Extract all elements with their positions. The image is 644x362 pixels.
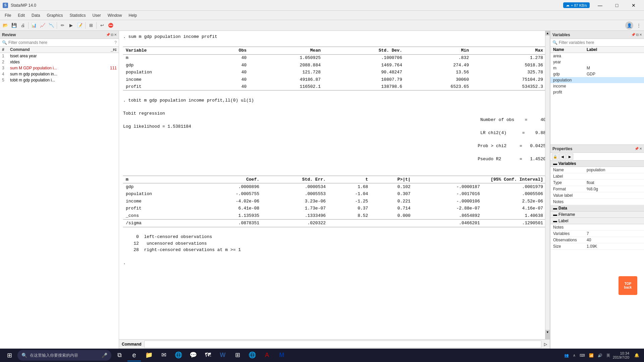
tobit-loglik: Log likelihood = 1.5381184 (123, 123, 191, 130)
props-datalabel-section[interactable]: ▬ Label (550, 218, 644, 224)
scroll-up[interactable]: ▲ (545, 31, 550, 36)
censored-left: 0 left-censored observations (123, 234, 546, 240)
taskbar-chrome[interactable]: 🌐 (172, 349, 185, 361)
var-row-m[interactable]: m M (550, 65, 644, 71)
mic-icon[interactable]: 🎤 (102, 353, 107, 358)
taskbar-edge[interactable]: e (127, 349, 141, 361)
output-scrollbar[interactable]: ▲ ▼ (545, 31, 550, 339)
taskbar-keyboard[interactable]: ⌨ (580, 353, 585, 358)
toolbar-save[interactable]: 💾 (10, 21, 18, 29)
review-row-4[interactable]: 4 sum m gdp population in... (0, 71, 119, 77)
variables-controls: 📌 ⊟ ✕ (631, 33, 642, 37)
vars-close[interactable]: ✕ (639, 33, 642, 37)
variables-header: Variables 📌 ⊟ ✕ (550, 31, 644, 39)
toolbar-stop[interactable]: ⛔ (107, 21, 115, 29)
taskbar-network[interactable]: 📶 (589, 353, 594, 358)
toolbar-back[interactable]: ↩ (98, 21, 106, 29)
taskbar-time[interactable]: 10:34 2019/7/20 (613, 351, 629, 359)
var-row-income[interactable]: income (550, 83, 644, 89)
props-data-section[interactable]: ▬ Data (550, 205, 644, 212)
close-button[interactable]: ✕ (626, 0, 641, 11)
taskbar-notify[interactable]: 🔔 (632, 351, 641, 360)
props-pin[interactable]: 📌 (635, 147, 639, 150)
review-search-input[interactable] (8, 40, 113, 45)
user-avatar: 👤 (625, 21, 633, 29)
menu-data[interactable]: Data (28, 12, 43, 19)
review-row-1[interactable]: 1 tsset area year (0, 53, 119, 59)
menu-window[interactable]: Window (104, 12, 125, 19)
review-row-5[interactable]: 5 tobit m gdp population i... (0, 77, 119, 83)
taskbar-search[interactable]: 🔍 在这里输入你要搜索的内容 🎤 (17, 350, 111, 361)
menu-file[interactable]: File (1, 12, 14, 19)
review-pin[interactable]: 📌 (106, 33, 110, 37)
taskbar-mail[interactable]: ✉ (157, 349, 170, 361)
taskbar-app2[interactable]: 🗺 (201, 349, 215, 361)
toolbar-open[interactable]: 📂 (1, 21, 9, 29)
taskbar-explorer[interactable]: 📁 (142, 349, 156, 361)
var-row-population[interactable]: population (550, 77, 644, 83)
censored-uncensored: 12 uncensored observations (123, 240, 546, 247)
top-label: TOP (625, 282, 631, 286)
toolbar-doedit[interactable]: 📝 (76, 21, 84, 29)
taskbar-word[interactable]: W (216, 349, 229, 361)
menu-help[interactable]: Help (125, 12, 140, 19)
menu-statistics[interactable]: Statistics (66, 12, 89, 19)
props-btn-lock[interactable]: 🔒 (552, 154, 558, 160)
var-row-profit[interactable]: profit (550, 89, 644, 95)
scroll-corner[interactable] (545, 335, 550, 339)
datalabel-section-label: Label (558, 219, 568, 223)
top-back-button[interactable]: TOP back (619, 276, 637, 295)
toolbar-data[interactable]: ⊞ (87, 21, 95, 29)
taskbar-app5[interactable]: A (260, 349, 274, 361)
taskbar-app4[interactable]: 🌐 (246, 349, 259, 361)
var-row-area[interactable]: area (550, 53, 644, 59)
command-input[interactable] (144, 341, 541, 348)
menu-edit[interactable]: Edit (14, 12, 28, 19)
props-variables-section[interactable]: ▬ Variables (550, 161, 644, 167)
var-search-input[interactable] (559, 40, 642, 45)
col-rc-header: _rc (105, 47, 117, 52)
maximize-button[interactable]: □ (609, 0, 625, 11)
props-btn-left[interactable]: ◀ (559, 154, 566, 160)
menu-graphics[interactable]: Graphics (43, 12, 66, 19)
toolbar-graph2[interactable]: 📈 (39, 21, 47, 29)
toolbar-print[interactable]: 🖨 (19, 21, 27, 29)
toolbar-graph3[interactable]: 📉 (47, 21, 55, 29)
scroll-down[interactable]: ▼ (545, 330, 550, 335)
toolbar-edit[interactable]: ✏ (58, 21, 66, 29)
taskbar-app3[interactable]: ⊞ (231, 349, 244, 361)
tobit-col-t: t (328, 176, 371, 183)
taskbar-app1[interactable]: 💬 (186, 349, 200, 361)
taskbar-people[interactable]: 👥 (564, 353, 569, 358)
output-content[interactable]: . sum m gdp population income profit Var… (119, 31, 550, 349)
props-close[interactable]: ✕ (639, 147, 642, 150)
prop-variables-count-row: Variables 7 (550, 231, 644, 237)
review-row-2[interactable]: 2 xtdes (0, 59, 119, 65)
review-row-3[interactable]: 3 sum M GDP population i... 111 (0, 65, 119, 71)
user-menu[interactable]: ⋮ (635, 21, 643, 29)
vars-dock[interactable]: ⊟ (636, 33, 639, 37)
command-send-icon[interactable]: ▷ (544, 342, 547, 347)
props-filename-section[interactable]: ▬ Filename (550, 212, 644, 218)
taskbar-chevron[interactable]: ∧ (573, 353, 576, 358)
minimize-button[interactable]: — (592, 0, 608, 11)
toolbar-graph1[interactable]: 📊 (30, 21, 38, 29)
props-btn-right[interactable]: ▶ (567, 154, 573, 160)
start-button[interactable]: ⊞ (3, 349, 16, 361)
review-dock[interactable]: ⊟ (111, 33, 113, 37)
vars-pin[interactable]: 📌 (631, 33, 635, 37)
toolbar-do[interactable]: ▶ (67, 21, 75, 29)
properties-title: Properties (552, 146, 572, 151)
var-row-gdp[interactable]: gdp GDP (550, 71, 644, 77)
taskbar-volume[interactable]: 🔊 (598, 353, 602, 358)
taskbar-search-icon: 🔍 (21, 353, 27, 358)
menu-user[interactable]: User (89, 12, 104, 19)
time-display: 10:34 (620, 351, 629, 355)
taskbar-taskview[interactable]: ⧉ (113, 349, 126, 361)
taskbar-lang[interactable]: 英 (606, 353, 610, 358)
var-search-icon: 🔍 (552, 40, 557, 45)
sum-row-profit: profit40116502.1138798.66523.65534352.3 (123, 83, 546, 90)
var-row-year[interactable]: year (550, 59, 644, 65)
taskbar-stata[interactable]: M (275, 349, 288, 361)
review-close[interactable]: ✕ (114, 33, 117, 37)
